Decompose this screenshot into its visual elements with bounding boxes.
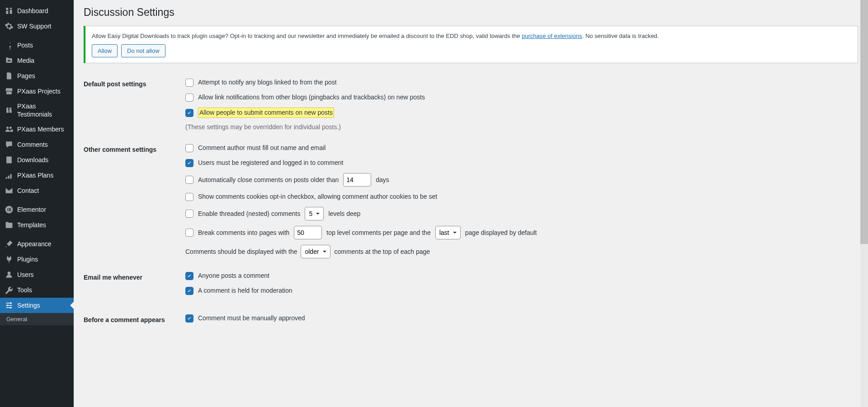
auto-close-days-input[interactable] <box>343 173 371 187</box>
allow-comments-checkbox[interactable] <box>185 109 193 117</box>
sidebar-item-downloads[interactable]: Downloads <box>0 152 74 168</box>
auto-close-before-label: Automatically close comments on posts ol… <box>198 175 339 185</box>
cookies-label: Show comments cookies opt-in checkbox, a… <box>198 192 437 201</box>
threaded-after-label: levels deep <box>328 209 360 219</box>
sidebar-item-pxaas-members[interactable]: PXaas Members <box>0 122 74 137</box>
sidebar-item-label: Contact <box>17 187 39 195</box>
page-icon <box>5 71 14 80</box>
default-page-select[interactable]: last <box>435 226 461 239</box>
admin-sidebar: DashboardSW SupportPostsMediaPagesPXaas … <box>0 0 74 407</box>
display-before-label: Comments should be displayed with the <box>185 248 297 255</box>
sidebar-item-label: PXaas Testimonials <box>17 102 69 118</box>
notice-text-after: . No sensitive data is tracked. <box>582 33 659 39</box>
sidebar-item-plugins[interactable]: Plugins <box>0 252 74 267</box>
download-icon <box>5 155 14 164</box>
pingback-label: Allow link notifications from other blog… <box>198 93 425 102</box>
sidebar-item-sw-support[interactable]: SW Support <box>0 19 74 34</box>
scrollbar[interactable] <box>860 0 868 407</box>
pingback-checkbox[interactable] <box>185 94 193 102</box>
must-register-label: Users must be registered and logged in t… <box>198 158 343 168</box>
main-content: Discussion Settings Allow Easy Digital D… <box>74 0 868 407</box>
section-heading-default-post: Default post settings <box>84 78 185 88</box>
paginate-mid-label: top level comments per page and the <box>326 228 430 238</box>
email-anyone-label: Anyone posts a comment <box>198 271 269 281</box>
wrench-icon <box>5 285 14 295</box>
sidebar-item-elementor[interactable]: Elementor <box>0 202 74 217</box>
sidebar-item-label: Users <box>17 271 34 279</box>
sidebar-item-users[interactable]: Users <box>0 267 74 282</box>
manual-approve-checkbox[interactable] <box>185 314 193 323</box>
folder-icon <box>5 220 14 229</box>
notify-blogs-label: Attempt to notify any blogs linked to fr… <box>198 78 337 87</box>
sidebar-item-label: Dashboard <box>17 7 48 15</box>
section-heading-email-me: Email me whenever <box>84 271 185 281</box>
sidebar-item-media[interactable]: Media <box>0 53 74 68</box>
comment-icon <box>5 140 14 149</box>
notify-blogs-checkbox[interactable] <box>185 79 193 87</box>
display-order-select[interactable]: older <box>301 245 330 258</box>
name-email-checkbox[interactable] <box>185 144 193 152</box>
dash-icon <box>5 6 14 15</box>
paginate-before-label: Break comments into pages with <box>198 228 289 238</box>
sidebar-item-label: SW Support <box>17 22 51 30</box>
allow-button[interactable]: Allow <box>92 44 118 58</box>
sidebar-item-settings[interactable]: Settings <box>0 298 74 313</box>
sidebar-item-label: PXaas Plans <box>17 171 53 179</box>
sidebar-item-label: Comments <box>17 140 48 149</box>
sidebar-item-posts[interactable]: Posts <box>0 37 74 53</box>
sidebar-item-label: Tools <box>17 286 32 294</box>
scrollbar-thumb[interactable] <box>860 0 868 244</box>
gear-icon <box>5 22 14 31</box>
mail-icon <box>5 186 14 195</box>
email-anyone-checkbox[interactable] <box>185 272 193 280</box>
plans-icon <box>5 171 14 180</box>
paginate-checkbox[interactable] <box>185 229 193 237</box>
sidebar-item-label: Posts <box>17 41 33 49</box>
auto-close-checkbox[interactable] <box>185 176 193 184</box>
email-held-label: A comment is held for moderation <box>198 286 292 295</box>
sidebar-item-label: Settings <box>17 301 40 309</box>
sidebar-item-pages[interactable]: Pages <box>0 68 74 84</box>
sidebar-item-label: Media <box>17 56 34 65</box>
threaded-before-label: Enable threaded (nested) comments <box>198 209 300 219</box>
plug-icon <box>5 255 14 264</box>
sidebar-item-label: PXaas Projects <box>17 87 61 95</box>
sidebar-item-dashboard[interactable]: Dashboard <box>0 3 74 19</box>
pin-icon <box>5 41 14 50</box>
section-heading-other-comment: Other comment settings <box>84 143 185 153</box>
sidebar-item-label: Appearance <box>17 240 52 248</box>
per-page-input[interactable] <box>294 226 322 239</box>
sidebar-item-label: PXaas Members <box>17 125 64 133</box>
store-icon <box>5 87 14 96</box>
must-register-checkbox[interactable] <box>185 159 193 167</box>
sidebar-item-appearance[interactable]: Appearance <box>0 236 74 252</box>
paginate-after-label: page displayed by default <box>465 228 537 238</box>
email-held-checkbox[interactable] <box>185 287 193 295</box>
sidebar-item-label: Plugins <box>17 255 38 263</box>
deny-button[interactable]: Do not allow <box>121 44 165 58</box>
notice-text-before: Allow Easy Digital Downloads to track pl… <box>92 33 522 39</box>
sidebar-item-tools[interactable]: Tools <box>0 282 74 298</box>
sidebar-item-label: Pages <box>17 72 35 80</box>
purchase-extensions-link[interactable]: purchase of extensions <box>522 33 582 39</box>
sidebar-item-comments[interactable]: Comments <box>0 137 74 152</box>
threaded-levels-select[interactable]: 5 <box>305 207 324 220</box>
sidebar-item-pxaas-testimonials[interactable]: PXaas Testimonials <box>0 99 74 122</box>
media-icon <box>5 56 14 65</box>
default-post-note: (These settings may be overridden for in… <box>185 123 858 131</box>
allow-comments-label: Allow people to submit comments on new p… <box>198 108 334 118</box>
sidebar-item-pxaas-plans[interactable]: PXaas Plans <box>0 168 74 183</box>
auto-close-after-label: days <box>376 175 389 185</box>
name-email-label: Comment author must fill out name and em… <box>198 143 326 153</box>
sidebar-item-label: Elementor <box>17 206 46 214</box>
threaded-checkbox[interactable] <box>185 210 193 218</box>
sidebar-item-contact[interactable]: Contact <box>0 183 74 198</box>
sidebar-item-templates[interactable]: Templates <box>0 217 74 233</box>
user-icon <box>5 270 14 279</box>
section-heading-before-appear: Before a comment appears <box>84 313 185 323</box>
sidebar-subitem-general[interactable]: General <box>0 313 74 325</box>
display-after-label: comments at the top of each page <box>334 248 430 255</box>
cookies-checkbox[interactable] <box>185 193 193 201</box>
sidebar-item-pxaas-projects[interactable]: PXaas Projects <box>0 84 74 99</box>
sidebar-item-label: Templates <box>17 221 46 229</box>
